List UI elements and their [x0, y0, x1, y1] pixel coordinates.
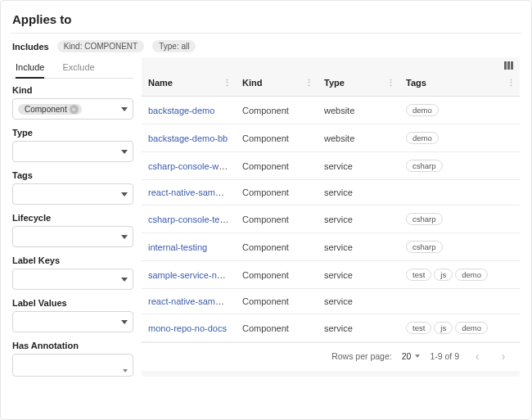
- col-name[interactable]: Name⋮: [142, 70, 236, 97]
- table-row: mono-repo-no-docsComponentservicetestjsd…: [142, 314, 520, 342]
- chevron-down-icon: [123, 369, 128, 373]
- has-annotation-select[interactable]: [12, 354, 133, 377]
- chevron-down-icon: [121, 320, 128, 324]
- table-row: csharp-console-webapic…Componentservicec…: [142, 152, 520, 180]
- tag-chip[interactable]: js: [434, 322, 453, 334]
- include-exclude-tabs: Include Exclude: [12, 57, 133, 79]
- entity-link[interactable]: csharp-console-telepro…: [148, 215, 236, 224]
- kind-chip[interactable]: Component ×: [18, 104, 82, 115]
- filter-summary-row: Includes Kind: COMPONENT Type: all: [12, 40, 520, 52]
- table-pager: Rows per page: 20 1-9 of 9 ‹ ›: [142, 342, 520, 371]
- chevron-down-icon: [121, 107, 128, 111]
- tag-chip[interactable]: js: [434, 269, 453, 281]
- table-row: backstage-demoComponentwebsitedemo: [142, 97, 520, 124]
- cell-type: website: [318, 124, 399, 152]
- tag-chip[interactable]: csharp: [406, 213, 443, 225]
- cell-type: service: [318, 233, 399, 261]
- divider: [11, 33, 521, 34]
- tab-exclude[interactable]: Exclude: [62, 57, 94, 78]
- cell-kind: Component: [236, 233, 318, 261]
- cell-kind: Component: [236, 152, 318, 180]
- applies-to-panel: Applies to Includes Kind: COMPONENT Type…: [0, 0, 532, 420]
- close-icon[interactable]: ×: [70, 105, 79, 114]
- cell-type: website: [318, 97, 399, 124]
- results-table: Name⋮ Kind⋮ Type⋮ Tags⋮ backstage-demoCo…: [142, 70, 520, 342]
- col-tags[interactable]: Tags⋮: [399, 70, 520, 97]
- kebab-icon[interactable]: ⋮: [304, 78, 313, 88]
- tab-include[interactable]: Include: [16, 57, 44, 79]
- filter-label-label-values: Label Values: [12, 298, 133, 308]
- tag-chip[interactable]: csharp: [406, 160, 443, 172]
- tag-chip[interactable]: csharp: [406, 241, 443, 253]
- cell-tags: csharp: [399, 152, 520, 180]
- cell-type: service: [318, 314, 399, 342]
- cell-tags: [399, 180, 520, 205]
- cell-type: service: [318, 289, 399, 314]
- page-title: Applies to: [12, 12, 520, 26]
- chevron-down-icon: [415, 355, 420, 358]
- entity-link[interactable]: react-native-sample-app…: [148, 296, 236, 306]
- label-keys-select[interactable]: [12, 269, 133, 290]
- cell-tags: testjsdemo: [399, 314, 520, 342]
- chevron-down-icon: [121, 150, 128, 154]
- chevron-down-icon: [121, 235, 128, 239]
- label-values-select[interactable]: [12, 311, 133, 332]
- kebab-icon[interactable]: ⋮: [507, 78, 515, 88]
- cell-tags: csharp: [399, 233, 520, 261]
- kebab-icon[interactable]: ⋮: [386, 78, 394, 88]
- rows-per-page-select[interactable]: 20: [402, 351, 421, 361]
- table-row: react-native-sample-app…Componentservice: [142, 289, 520, 314]
- filter-label-kind: Kind: [12, 85, 133, 95]
- table-toolbar: [142, 57, 520, 70]
- tag-chip[interactable]: demo: [406, 132, 439, 144]
- entity-link[interactable]: react-native-sample-app: [148, 187, 236, 197]
- filter-label-type: Type: [12, 128, 133, 138]
- filter-label-has-annotation: Has Annotation: [12, 341, 133, 350]
- cell-type: service: [318, 180, 399, 205]
- col-kind[interactable]: Kind⋮: [236, 70, 318, 97]
- tag-chip[interactable]: test: [406, 269, 431, 281]
- cell-type: service: [318, 152, 399, 180]
- type-select[interactable]: [12, 141, 133, 162]
- entity-link[interactable]: backstage-demo-bb: [148, 133, 228, 143]
- table-row: sample-service-no-docsComponentservicete…: [142, 261, 520, 289]
- columns-icon[interactable]: [504, 61, 513, 70]
- lifecycle-select[interactable]: [12, 226, 133, 247]
- kebab-icon[interactable]: ⋮: [223, 78, 231, 88]
- col-type[interactable]: Type⋮: [318, 70, 399, 97]
- cell-kind: Component: [236, 261, 318, 289]
- cell-tags: csharp: [399, 205, 520, 233]
- cell-kind: Component: [236, 205, 318, 233]
- cell-tags: testjsdemo: [399, 261, 520, 289]
- pager-range: 1-9 of 9: [430, 351, 459, 361]
- entity-link[interactable]: sample-service-no-docs: [148, 270, 236, 280]
- cell-kind: Component: [236, 97, 318, 124]
- filter-label-label-keys: Label Keys: [12, 255, 133, 265]
- entity-link[interactable]: mono-repo-no-docs: [148, 323, 227, 333]
- table-row: internal-testingComponentservicecsharp: [142, 233, 520, 261]
- filter-label-lifecycle: Lifecycle: [12, 213, 133, 223]
- table-row: csharp-console-telepro…Componentservicec…: [142, 205, 520, 233]
- tag-chip[interactable]: demo: [406, 104, 439, 116]
- entity-link[interactable]: backstage-demo: [148, 106, 214, 115]
- pager-prev-button[interactable]: ‹: [469, 348, 485, 364]
- tag-chip[interactable]: demo: [455, 269, 488, 281]
- cell-tags: [399, 289, 520, 314]
- tag-chip[interactable]: test: [406, 322, 431, 334]
- cell-tags: demo: [399, 124, 520, 152]
- pager-next-button[interactable]: ›: [495, 348, 512, 364]
- cell-type: service: [318, 261, 399, 289]
- cell-type: service: [318, 205, 399, 233]
- kind-select[interactable]: Component ×: [12, 98, 133, 120]
- filter-label-tags: Tags: [12, 170, 133, 180]
- tags-select[interactable]: [12, 183, 133, 205]
- tag-chip[interactable]: demo: [455, 322, 488, 334]
- cell-kind: Component: [236, 180, 318, 205]
- filter-chip-type: Type: all: [152, 40, 196, 52]
- chevron-down-icon: [121, 192, 128, 196]
- cell-kind: Component: [236, 289, 318, 314]
- entity-link[interactable]: internal-testing: [148, 242, 207, 252]
- cell-kind: Component: [236, 314, 318, 342]
- rows-per-page-label: Rows per page:: [331, 351, 392, 361]
- entity-link[interactable]: csharp-console-webapic…: [148, 161, 236, 171]
